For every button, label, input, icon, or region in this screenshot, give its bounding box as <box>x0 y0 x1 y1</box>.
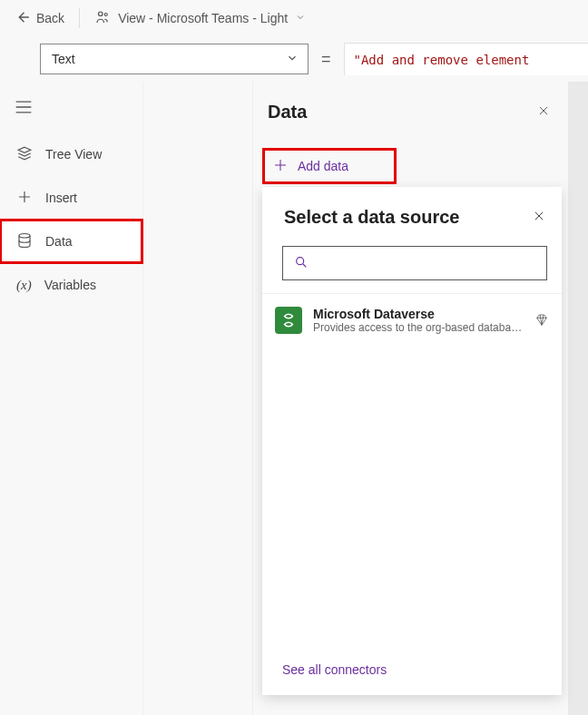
svg-point-3 <box>297 257 304 264</box>
arrow-left-icon <box>15 9 31 28</box>
see-all-connectors-link[interactable]: See all connectors <box>262 648 562 695</box>
svg-point-1 <box>104 13 107 15</box>
data-source-title: Microsoft Dataverse <box>313 307 524 321</box>
svg-point-2 <box>19 233 30 238</box>
search-box[interactable] <box>282 246 547 280</box>
layers-icon <box>16 145 33 164</box>
formula-bar[interactable]: "Add and remove element <box>344 43 588 75</box>
rail-item-label: Data <box>45 234 73 249</box>
back-button[interactable]: Back <box>9 5 70 32</box>
teams-icon <box>94 9 111 28</box>
rail-item-label: Insert <box>45 191 77 205</box>
rail-item-insert[interactable]: Insert <box>0 176 142 220</box>
left-rail: Tree View Insert Data (x) Variables <box>0 82 143 715</box>
back-label: Back <box>36 11 64 25</box>
add-data-label: Add data <box>298 159 348 173</box>
variable-icon: (x) <box>16 278 32 293</box>
database-icon <box>16 232 33 251</box>
property-dropdown[interactable]: Text <box>40 44 309 74</box>
chevron-down-icon <box>286 52 299 67</box>
rail-item-variables[interactable]: (x) Variables <box>0 263 142 307</box>
popup-close-button[interactable] <box>533 210 545 225</box>
view-selector[interactable]: View - Microsoft Teams - Light <box>89 5 311 32</box>
data-panel: Data Add data Select a data source <box>252 82 568 715</box>
divider <box>79 8 80 28</box>
data-source-item[interactable]: Microsoft Dataverse Provides access to t… <box>262 294 562 347</box>
rail-item-label: Variables <box>44 278 96 292</box>
premium-icon <box>534 313 549 328</box>
equals-sign: = <box>318 50 335 69</box>
plus-icon <box>16 189 33 208</box>
canvas-area <box>568 82 588 715</box>
add-data-button[interactable]: Add data <box>262 148 397 184</box>
formula-value: "Add and remove element <box>354 53 530 67</box>
rail-item-label: Tree View <box>45 147 102 162</box>
search-icon <box>294 255 309 272</box>
panel-title: Data <box>268 102 307 122</box>
property-dropdown-label: Text <box>52 52 75 66</box>
hamburger-button[interactable] <box>5 93 42 122</box>
dataverse-icon <box>275 307 302 334</box>
view-label: View - Microsoft Teams - Light <box>118 11 288 25</box>
data-source-desc: Provides access to the org-based databas… <box>313 321 524 334</box>
panel-close-button[interactable] <box>537 104 550 120</box>
svg-point-0 <box>99 12 103 16</box>
rail-item-data[interactable]: Data <box>0 220 142 263</box>
search-input[interactable] <box>309 247 546 279</box>
data-source-popup: Select a data source Microsoft Dataverse <box>262 187 562 695</box>
chevron-down-icon <box>295 11 306 25</box>
plus-icon <box>272 157 289 176</box>
popup-title: Select a data source <box>284 207 459 228</box>
rail-item-tree-view[interactable]: Tree View <box>0 132 142 176</box>
